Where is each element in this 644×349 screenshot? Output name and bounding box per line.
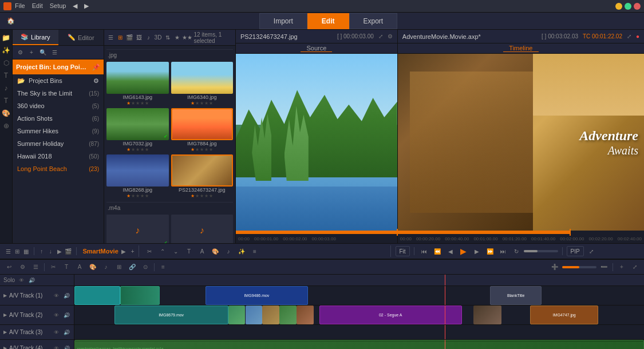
ctrl-arrow-icon[interactable]: ↑ <box>38 245 45 257</box>
ctrl-play-icon[interactable]: ▶ <box>56 245 64 257</box>
tl-toolbar-view[interactable]: ☰ <box>30 261 41 273</box>
src-effect-icon[interactable]: ✨ <box>236 245 247 257</box>
small-clip-5[interactable] <box>297 306 314 324</box>
source-expand-icon[interactable]: ⤢ <box>378 33 383 39</box>
media-item-music2[interactable]: ♪ mikeschmid_seeyou... ★ ★ ★ ★ ★ <box>171 215 234 243</box>
clip-green-1[interactable] <box>120 286 160 305</box>
source-tab-label[interactable]: Source <box>301 45 332 52</box>
src-scissors-icon[interactable]: ✂ <box>144 245 155 257</box>
scrubber-handle[interactable] <box>570 229 571 236</box>
tab-import[interactable]: Import <box>259 13 307 29</box>
ctrl-arrow-right[interactable]: ▶ <box>120 245 128 257</box>
ctrl-view3-icon[interactable]: ▦ <box>22 245 30 257</box>
media-item-img6340[interactable]: IMG6340.jpg ★ ★ ★ ★ ★ <box>171 62 234 106</box>
clip-img4747[interactable]: IMG4747.jpg <box>530 306 598 324</box>
tl-toolbar-link[interactable]: 🔗 <box>127 261 138 273</box>
sidebar-settings-icon[interactable]: ⚙ <box>15 47 25 58</box>
tl-back-icon[interactable]: ◀ <box>445 245 456 257</box>
src-text-icon[interactable]: A <box>196 245 208 257</box>
sidebar-item-hawaii[interactable]: Hawaii 2018 (50) <box>13 150 104 162</box>
rail-audio-icon[interactable]: ♪ <box>1 82 12 94</box>
media-item-ps2132[interactable]: PS21324673247.jpg ★ ★ ★ ★ ★ <box>171 154 234 199</box>
track-eye-icon[interactable]: 👁 <box>52 292 60 300</box>
tab-export[interactable]: Export <box>349 13 398 29</box>
timeline-expand-icon[interactable]: ⤢ <box>627 33 631 39</box>
src-color-icon[interactable]: 🎨 <box>210 245 221 257</box>
track-mute-icon[interactable]: 🔊 <box>62 292 70 300</box>
tab-library[interactable]: 📚 Library <box>13 30 58 45</box>
menu-setup[interactable]: Setup <box>50 2 66 10</box>
tl-fullscreen-icon[interactable]: ⤢ <box>586 245 597 257</box>
rail-titles-icon[interactable]: T <box>1 70 12 81</box>
maximize-button[interactable] <box>625 3 631 10</box>
sidebar-add-icon[interactable]: + <box>26 47 37 58</box>
track-eye-icon[interactable]: 👁 <box>52 311 60 319</box>
ctrl-list-icon[interactable]: ☰ <box>5 245 12 257</box>
track-mute-icon[interactable]: 🔊 <box>62 311 70 319</box>
media-film-icon[interactable]: 🎬 <box>125 32 134 43</box>
tl-fwd-icon[interactable]: ▶ <box>471 245 483 257</box>
media-star-icon[interactable]: ★ <box>173 32 181 43</box>
sidebar-search-icon[interactable]: 🔍 <box>38 47 48 58</box>
sidebar-item-longpoint[interactable]: Long Point Beach (23) <box>13 162 104 175</box>
tl-stepfwd-icon[interactable]: ⏩ <box>484 245 496 257</box>
rail-text-icon[interactable]: T <box>1 95 12 106</box>
src-more-icon[interactable]: ≡ <box>249 245 260 257</box>
tl-toolbar-vol[interactable]: ♪ <box>100 261 112 273</box>
timeline-scrubber[interactable] <box>398 231 644 234</box>
sidebar-item-holiday[interactable]: Summer Holiday (87) <box>13 137 104 150</box>
tl-expand[interactable]: ⤢ <box>629 261 641 273</box>
tl-toolbar-color2[interactable]: 🎨 <box>87 261 98 273</box>
audio-clip[interactable]: prestonleatherman_feelthiswayinstrumenta… <box>74 340 644 349</box>
tl-toolbar-more[interactable]: ≡ <box>157 261 169 273</box>
track-eye-icon[interactable]: 👁 <box>52 344 60 350</box>
fit-button[interactable]: Fit <box>396 246 410 256</box>
track-eye-icon[interactable]: 👁 <box>52 328 60 336</box>
ctrl-add-icon[interactable]: + <box>129 245 136 257</box>
media-3d-icon[interactable]: 3D <box>154 32 163 43</box>
ctrl-smartmovie-icon[interactable]: 🎬 <box>65 245 72 257</box>
source-scrubber[interactable] <box>236 231 397 234</box>
media-item-img6143[interactable]: IMG6143.jpg ★ ★ ★ ★ ★ <box>106 62 169 106</box>
ctrl-down-icon[interactable]: ↓ <box>47 245 54 257</box>
menu-edit[interactable]: Edit <box>32 2 43 10</box>
pip-button[interactable]: PIP <box>567 246 584 256</box>
clip-cyan-1[interactable] <box>74 286 120 305</box>
media-sort-icon[interactable]: ⇅ <box>163 32 172 43</box>
sidebar-view-icon[interactable]: ☰ <box>49 47 60 58</box>
media-photo-icon[interactable]: 🖼 <box>135 32 144 43</box>
tl-toolbar-text[interactable]: T <box>61 261 72 273</box>
tl-toolbar-group[interactable]: ⊙ <box>140 261 151 273</box>
rail-color-icon[interactable]: 🎨 <box>1 108 12 119</box>
solo-eye-icon[interactable]: 👁 <box>17 276 25 284</box>
tl-toolbar-color[interactable]: A <box>74 261 85 273</box>
rail-effects-icon[interactable]: ✨ <box>1 45 12 56</box>
tl-stepback-icon[interactable]: ⏪ <box>432 245 443 257</box>
tab-edit[interactable]: Edit <box>307 13 349 29</box>
media-item-img7032[interactable]: ✓ IMG7032.jpg ★ ★ ★ ★ ★ <box>106 108 169 152</box>
media-star-icon2[interactable]: ★★ <box>182 32 192 43</box>
clip-img9486[interactable]: IMG9486.mov <box>206 286 308 305</box>
sidebar-item-action[interactable]: Action Shots (6) <box>13 112 104 125</box>
small-clip-1[interactable] <box>228 306 246 324</box>
tl-zoom-out[interactable]: ➕ <box>549 261 560 273</box>
media-item-img7884[interactable]: IMG7884.jpg ★ ★ ★ ★ ★ <box>171 108 234 152</box>
rail-library-icon[interactable]: 📁 <box>1 32 12 43</box>
track-mute-icon[interactable]: 🔊 <box>62 344 70 350</box>
clip-blanktitle[interactable]: BlankTitle <box>490 286 542 305</box>
tl-volume-slider[interactable] <box>524 250 558 252</box>
media-item-music1[interactable]: ♪ ✓ jaymiegera rd_theha... ★ ★ ★ ★ ★ <box>106 215 169 243</box>
small-clip-3[interactable] <box>262 306 279 324</box>
small-clip-6[interactable] <box>473 306 502 324</box>
tl-play-button[interactable]: ▶ <box>458 245 469 257</box>
tl-zoom-in[interactable]: ➖ <box>598 261 610 273</box>
tl-toolbar-cut[interactable]: ✂ <box>48 261 59 273</box>
tl-loop-icon[interactable]: ↻ <box>511 245 522 257</box>
source-settings-icon[interactable]: ⚙ <box>388 33 393 39</box>
menu-file[interactable]: File <box>15 2 25 10</box>
close-button[interactable] <box>634 3 641 10</box>
sidebar-item-project-bins[interactable]: 📂 Project Bins ⚙ <box>13 74 104 87</box>
tl-toolbar-snap[interactable]: ⊞ <box>113 261 125 273</box>
src-mark-icon[interactable]: T <box>183 245 195 257</box>
small-clip-4[interactable] <box>279 306 297 324</box>
